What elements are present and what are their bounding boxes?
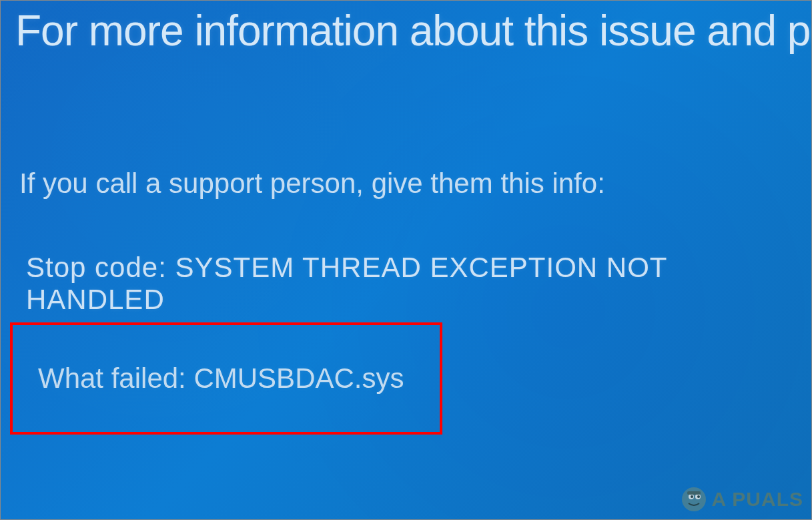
bsod-headline: For more information about this issue an… <box>1 1 811 55</box>
stop-code-line: Stop code: SYSTEM THREAD EXCEPTION NOT H… <box>1 200 811 316</box>
svg-rect-5 <box>687 491 701 495</box>
svg-point-4 <box>697 495 700 498</box>
bsod-screen: For more information about this issue an… <box>1 1 811 519</box>
support-instruction: If you call a support person, give them … <box>1 55 811 200</box>
watermark-brand-text: A PUALS <box>711 488 803 511</box>
appuals-logo-icon <box>681 486 707 513</box>
what-failed-highlight-box: What failed: CMUSBDAC.sys <box>10 322 442 435</box>
what-failed-label: What failed: <box>38 362 186 394</box>
what-failed-value: CMUSBDAC.sys <box>193 362 404 394</box>
watermark: A PUALS <box>681 486 803 513</box>
stop-code-label: Stop code: <box>26 252 167 283</box>
svg-point-0 <box>682 487 706 511</box>
what-failed-line: What failed: CMUSBDAC.sys <box>38 362 404 395</box>
svg-point-3 <box>691 495 693 498</box>
